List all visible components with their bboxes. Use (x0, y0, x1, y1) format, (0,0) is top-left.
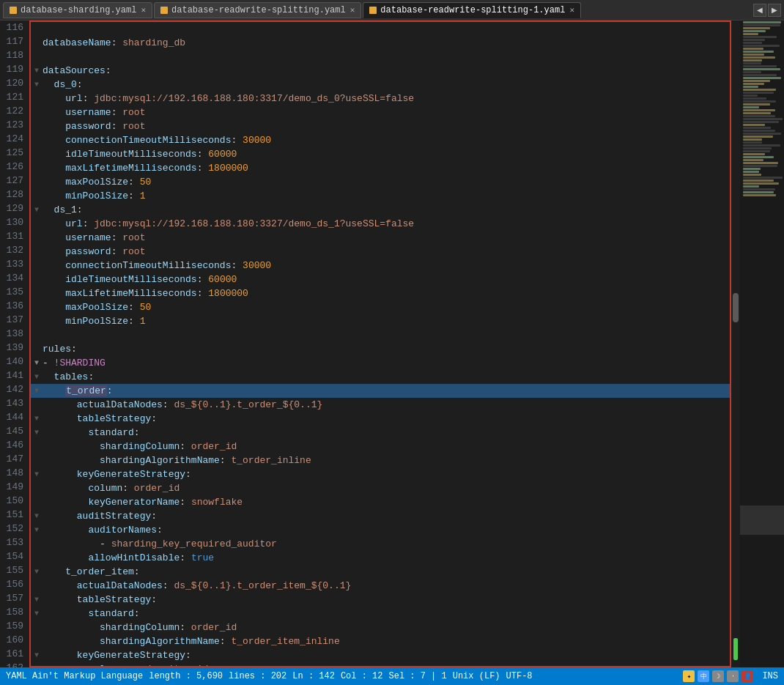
line-number-121: 121 (3, 90, 23, 104)
code-line-144[interactable]: ▼ tableStrategy: (31, 412, 730, 426)
code-line-145[interactable]: ▼ standard: (31, 426, 730, 440)
code-line-134[interactable]: idleTimeoutMilliseconds: 60000 (31, 273, 730, 286)
code-line-132[interactable]: password: root (31, 245, 730, 259)
code-line-122[interactable]: username: root (31, 105, 730, 119)
editor-scrollbar[interactable] (731, 21, 740, 667)
code-line-148[interactable]: ▼ keyGenerateStrategy: (31, 467, 730, 481)
code-text-131: username: root (42, 231, 727, 245)
status-icon-moon: ☽ (712, 670, 724, 682)
tab-database-readwrite[interactable]: database-readwrite-splitting.yaml ✕ (154, 2, 361, 18)
code-line-123[interactable]: password: root (31, 119, 730, 133)
code-text-128: minPoolSize: 1 (42, 189, 727, 203)
line-number-138: 138 (3, 327, 23, 341)
line-number-142: 142 (3, 382, 23, 396)
code-text-138 (42, 328, 727, 342)
code-line-125[interactable]: idleTimeoutMilliseconds: 60000 (31, 147, 730, 161)
line-number-162: 162 (3, 661, 23, 667)
code-text-117: databaseName: sharding_db (42, 36, 727, 50)
code-line-128[interactable]: minPoolSize: 1 (31, 189, 730, 203)
code-line-131[interactable]: username: root (31, 231, 730, 245)
tab-database-readwrite-1[interactable]: database-readwrite-splitting-1.yaml ✕ (363, 2, 581, 18)
tab-bar: database-sharding.yaml ✕ database-readwr… (0, 0, 784, 21)
code-text-139: rules: (42, 342, 727, 356)
code-line-157[interactable]: ▼ tableStrategy: (31, 593, 730, 607)
tab-next-button[interactable]: ▶ (768, 4, 781, 17)
code-line-142[interactable]: ▼ t_order: (31, 384, 730, 398)
code-line-127[interactable]: maxPoolSize: 50 (31, 175, 730, 189)
code-text-129: ds_1: (42, 203, 727, 217)
code-line-161[interactable]: ▼ keyGenerateStrategy: (31, 648, 730, 662)
code-line-162[interactable]: column: order_item_id (31, 662, 730, 666)
fold-icon-148: ▼ (31, 467, 42, 481)
code-line-137[interactable]: minPoolSize: 1 (31, 314, 730, 328)
code-editor[interactable]: databaseName: sharding_db ▼dataSources:▼… (29, 21, 731, 667)
code-line-153[interactable]: - sharding_key_required_auditor (31, 537, 730, 551)
fold-icon-157: ▼ (31, 593, 42, 607)
code-line-151[interactable]: ▼ auditStrategy: (31, 509, 730, 523)
minimap-slider[interactable] (740, 506, 784, 535)
line-number-137: 137 (3, 313, 23, 327)
code-line-146[interactable]: shardingColumn: order_id (31, 440, 730, 453)
tab-label-3: database-readwrite-splitting-1.yaml (380, 5, 565, 15)
code-line-156[interactable]: actualDataNodes: ds_${0..1}.t_order_item… (31, 579, 730, 593)
code-line-124[interactable]: connectionTimeoutMilliseconds: 30000 (31, 133, 730, 147)
line-number-155: 155 (3, 563, 23, 577)
code-text-143: actualDataNodes: ds_${0..1}.t_order_${0.… (42, 398, 727, 412)
code-line-117[interactable]: databaseName: sharding_db (31, 36, 730, 50)
code-lines: databaseName: sharding_db ▼dataSources:▼… (31, 22, 730, 666)
code-line-119[interactable]: ▼dataSources: (31, 64, 730, 78)
tab-label-1: database-sharding.yaml (21, 5, 136, 15)
close-icon-2[interactable]: ✕ (350, 5, 355, 15)
minimap[interactable] (740, 21, 784, 667)
code-line-135[interactable]: maxLifetimeMilliseconds: 1800000 (31, 286, 730, 300)
line-number-135: 135 (3, 285, 23, 299)
code-text-145: standard: (42, 426, 727, 440)
close-icon-1[interactable]: ✕ (141, 5, 146, 15)
code-line-126[interactable]: maxLifetimeMilliseconds: 1800000 (31, 161, 730, 175)
line-number-147: 147 (3, 452, 23, 466)
code-line-121[interactable]: url: jdbc:mysql://192.168.188.180:3317/d… (31, 92, 730, 105)
code-line-141[interactable]: ▼ tables: (31, 370, 730, 384)
tab-prev-button[interactable]: ◀ (753, 4, 766, 17)
code-line-138[interactable] (31, 328, 730, 342)
code-line-152[interactable]: ▼ auditorNames: (31, 523, 730, 537)
close-icon-3[interactable]: ✕ (569, 5, 574, 15)
editor-area: 1161171181191201211221231241251261271281… (0, 21, 784, 667)
code-line-160[interactable]: shardingAlgorithmName: t_order_item_inli… (31, 634, 730, 648)
code-line-149[interactable]: column: order_id (31, 481, 730, 495)
code-line-136[interactable]: maxPoolSize: 50 (31, 300, 730, 314)
code-line-158[interactable]: ▼ standard: (31, 607, 730, 621)
code-text-120: ds_0: (42, 78, 727, 92)
code-line-154[interactable]: allowHintDisable: true (31, 551, 730, 565)
code-line-116[interactable] (31, 22, 730, 36)
code-line-139[interactable]: rules: (31, 342, 730, 356)
code-line-147[interactable]: shardingAlgorithmName: t_order_inline (31, 453, 730, 467)
line-number-129: 129 (3, 201, 23, 215)
line-number-127: 127 (3, 174, 23, 188)
status-left: YAML Ain't Markup Language length : 5,69… (6, 671, 533, 681)
line-number-158: 158 (3, 605, 23, 619)
tab-database-sharding[interactable]: database-sharding.yaml ✕ (3, 2, 152, 18)
scrollbar-thumb[interactable] (733, 293, 739, 322)
code-text-135: maxLifetimeMilliseconds: 1800000 (42, 286, 727, 300)
code-line-159[interactable]: shardingColumn: order_id (31, 621, 730, 634)
col-label: Col : 12 (341, 671, 383, 681)
tab-icon-2 (160, 7, 168, 14)
code-line-130[interactable]: url: jdbc:mysql://192.168.188.180:3327/d… (31, 217, 730, 231)
line-number-118: 118 (3, 48, 23, 62)
code-line-120[interactable]: ▼ ds_0: (31, 78, 730, 92)
line-number-148: 148 (3, 466, 23, 480)
fold-icon-140[interactable]: ▼ (31, 356, 42, 370)
code-line-150[interactable]: keyGeneratorName: snowflake (31, 495, 730, 509)
code-line-143[interactable]: actualDataNodes: ds_${0..1}.t_order_${0.… (31, 398, 730, 412)
length-label: length : 5,690 (149, 671, 223, 681)
status-icons-group: ✦ 中 ☽ · 👤 (683, 670, 753, 682)
code-line-133[interactable]: connectionTimeoutMilliseconds: 30000 (31, 259, 730, 273)
code-line-118[interactable] (31, 50, 730, 64)
code-line-155[interactable]: ▼ t_order_item: (31, 565, 730, 579)
code-line-140[interactable]: ▼- !SHARDING (31, 356, 730, 370)
code-line-129[interactable]: ▼ ds_1: (31, 203, 730, 217)
line-number-119: 119 (3, 62, 23, 76)
line-number-133: 133 (3, 257, 23, 271)
sel-label: Sel : 7 | 1 (389, 671, 447, 681)
